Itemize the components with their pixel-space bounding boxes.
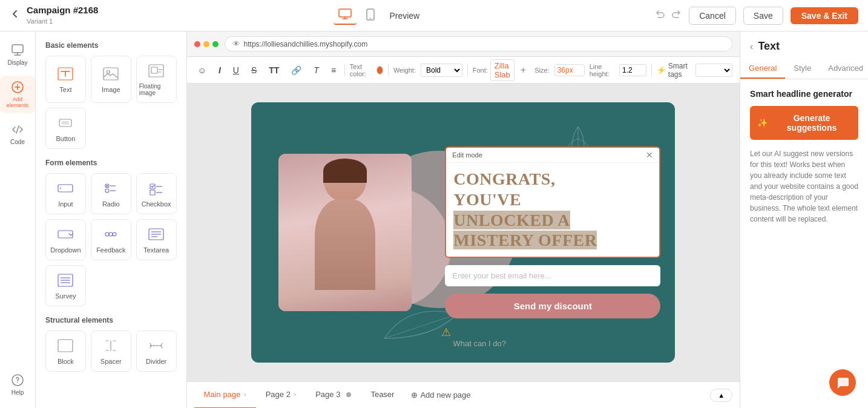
expand-dot [212,41,219,47]
element-feedback[interactable]: Feedback [91,219,131,260]
sidebar-item-add-elements[interactable]: Add elements [0,76,35,113]
weight-select[interactable]: Bold Normal [421,64,462,77]
sidebar-item-help[interactable]: Help [0,369,35,401]
page-tab-page3[interactable]: Page 3 [306,382,361,409]
device-icons [334,6,380,25]
scroll-up-btn[interactable]: ▲ [710,389,732,402]
page-tab-teaser[interactable]: Teaser [361,382,404,409]
main-page-label: Main page [204,390,241,399]
element-checkbox[interactable]: Checkbox [136,173,177,214]
undo-button[interactable] [655,8,666,22]
element-text-label: Text [59,86,71,93]
canvas-area: 👁 https://lolliesandchillies.myshopify.c… [187,31,740,408]
smart-tags-select[interactable] [695,64,732,77]
add-font-btn[interactable]: + [517,62,530,78]
element-block-label: Block [58,358,74,365]
url-bar[interactable]: 👁 https://lolliesandchillies.myshopify.c… [225,36,732,51]
basic-section-title: Basic elements [45,41,177,50]
page2-chevron: › [294,391,296,398]
element-spacer-label: Spacer [100,358,122,365]
survey-element-icon [56,272,75,289]
save-button[interactable]: Save [743,7,783,25]
scroll-up-icon: ▲ [718,392,725,399]
smart-tags-label: Smart tags [668,62,691,79]
canvas-content: Edit mode ✕ CONGRATS,YOU'VE UNLOCKED A M… [187,84,740,381]
spacer-element-icon [101,337,120,354]
element-input-label: Input [58,200,73,208]
element-checkbox-label: Checkbox [142,200,171,208]
mobile-device-button[interactable] [361,6,380,25]
tab-general[interactable]: General [740,59,785,79]
element-text[interactable]: Text [45,56,86,103]
element-dropdown[interactable]: Dropdown [45,219,86,260]
sidebar-add-elements-label: Add elements [5,96,30,108]
page2-label: Page 2 [266,390,291,399]
line-height-input[interactable] [619,64,646,76]
link-btn[interactable]: 🔗 [288,63,305,77]
svg-rect-8 [104,68,118,80]
popup-right: Edit mode ✕ CONGRATS,YOU'VE UNLOCKED A M… [439,134,675,330]
element-button[interactable]: Button [45,108,86,149]
element-image[interactable]: Image [91,56,131,103]
back-button[interactable] [10,8,21,22]
element-radio[interactable]: Radio [91,173,131,214]
discount-button[interactable]: Send my discount [445,294,660,318]
add-page-btn[interactable]: ⊕ Add new page [404,390,478,400]
undo-redo-group [655,8,682,22]
bold-btn[interactable]: I [215,63,225,77]
topbar-center: Preview [334,6,419,25]
element-textarea[interactable]: Textarea [136,219,177,260]
edit-close-btn[interactable]: ✕ [646,150,653,160]
sidebar-help-label: Help [12,389,24,396]
checkbox-element-icon [146,180,166,197]
sidebar-item-display[interactable]: Display [0,39,35,71]
sparkle-icon: ✨ [757,118,768,128]
campaign-info: Campaign #2168 Variant 1 [27,5,98,26]
panel-back-btn[interactable]: ‹ [750,41,753,52]
page-tab-main[interactable]: Main page › [194,382,256,409]
smart-tags-btn[interactable]: ⚡ Smart tags [657,62,691,79]
chat-bubble[interactable] [829,369,856,396]
sidebar-item-code[interactable]: Code [0,118,35,150]
cancel-button[interactable]: Cancel [689,7,736,25]
preview-label[interactable]: Preview [389,11,419,21]
tab-style[interactable]: Style [785,59,820,79]
more-btn[interactable]: T [310,63,323,77]
topbar-actions: Cancel Save Save & Exit [655,7,858,25]
font-name[interactable]: Zilla Slab [490,59,515,81]
element-dropdown-label: Dropdown [50,246,81,254]
page-tab-page2[interactable]: Page 2 › [256,382,306,409]
generate-btn-label: Generate suggestions [772,113,851,133]
save-exit-button[interactable]: Save & Exit [791,7,858,24]
basic-elements-grid: Text Image Floating image [45,56,177,149]
text-element-icon [56,65,75,82]
element-input[interactable]: Input [45,173,86,214]
font-select-group: Font: Zilla Slab + [473,59,530,81]
element-floating-image[interactable]: Floating image [136,56,177,103]
svg-point-17 [107,185,108,187]
desktop-device-button[interactable] [334,6,357,25]
color-swatch[interactable] [376,66,383,74]
underline-btn[interactable]: S [248,63,260,77]
element-survey[interactable]: Survey [45,265,86,306]
element-divider[interactable]: Divider [136,331,177,372]
tab-advanced[interactable]: Advanced [820,59,868,79]
floating-image-element-icon [146,62,166,79]
element-block[interactable]: Block [45,331,86,372]
strikethrough-btn[interactable]: TT [265,63,283,77]
email-input-display[interactable]: Enter your best email here... [445,265,660,286]
popup-headline[interactable]: CONGRATS,YOU'VE UNLOCKED A MISTERY OFFER [446,163,659,256]
redo-button[interactable] [671,8,682,22]
headline-word-mistery: MISTERY OFFER [453,231,597,249]
generate-suggestions-btn[interactable]: ✨ Generate suggestions [750,106,858,140]
toolbar-divider-1 [344,64,345,76]
font-size-input[interactable] [554,64,585,76]
panel-tabs: General Style Advanced [740,59,868,79]
element-radio-label: Radio [102,200,120,208]
structural-elements-grid: Block Spacer Divider [45,331,177,372]
align-btn[interactable]: ≡ [327,63,340,77]
element-spacer[interactable]: Spacer [91,331,131,372]
italic-btn[interactable]: U [229,63,243,77]
panel-title: Text [758,40,780,53]
emoji-btn[interactable]: ☺ [194,63,210,77]
